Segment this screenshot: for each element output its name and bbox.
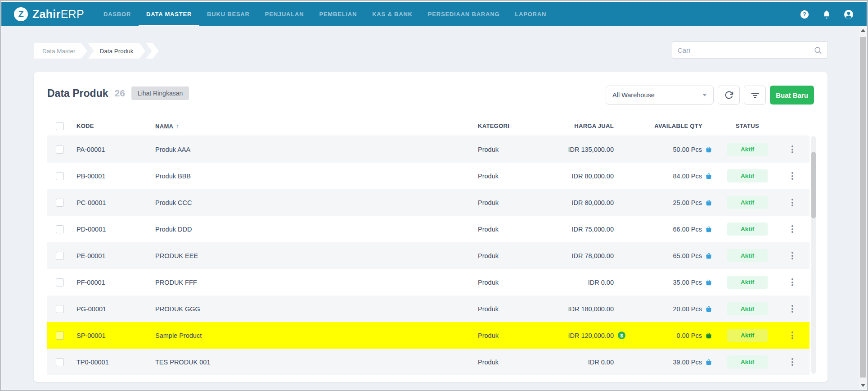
nav-item-data-master[interactable]: DATA MASTER <box>139 2 199 26</box>
row-menu-button[interactable] <box>789 302 796 315</box>
table-header-nama[interactable]: NAMA↑ <box>142 123 476 130</box>
row-menu-button[interactable] <box>789 169 796 182</box>
row-checkbox[interactable] <box>56 305 64 313</box>
row-checkbox[interactable] <box>56 199 64 207</box>
breadcrumb-item-data-master[interactable]: Data Master <box>34 43 87 59</box>
table-header-kategori[interactable]: KATEGORI <box>476 123 557 129</box>
table-row[interactable]: PF-00001 PRODUK FFF Produk IDR 0.00 35.0… <box>47 269 810 296</box>
help-button[interactable]: ? <box>799 9 810 20</box>
table-row[interactable]: PE-00001 PRODUK EEE Produk IDR 78,000.00… <box>47 242 810 269</box>
brand-logo[interactable]: Z ZahirERP <box>1 7 84 21</box>
cell-kategori: Produk <box>476 279 557 286</box>
cell-kode: TP0-00001 <box>70 359 142 366</box>
nav-item-pembelian[interactable]: PEMBELIAN <box>311 2 364 26</box>
chevron-down-icon <box>702 94 707 96</box>
row-menu-button[interactable] <box>789 249 796 262</box>
row-checkbox[interactable] <box>56 145 64 154</box>
page-scrollbar[interactable] <box>859 26 867 390</box>
status-badge: Aktif <box>727 196 768 209</box>
table-row[interactable]: SP-00001 Sample Product Produk IDR 120,0… <box>47 322 810 349</box>
sort-ascending-icon: ↑ <box>176 123 179 130</box>
cell-kategori: Produk <box>476 332 557 339</box>
nav-item-buku-besar[interactable]: BUKU BESAR <box>199 2 257 26</box>
app-window: Z ZahirERP DASBORDATA MASTERBUKU BESARPE… <box>0 0 868 391</box>
qty-value: 50.00 Pcs <box>673 146 702 153</box>
page-scrollbar-thumb[interactable] <box>860 37 866 377</box>
refresh-icon <box>724 91 733 100</box>
search-icon <box>814 46 822 55</box>
nav-item-persediaan-barang[interactable]: PERSEDIAAN BARANG <box>420 2 508 26</box>
row-checkbox[interactable] <box>56 252 64 260</box>
cell-available-qty: 65.00 Pcs <box>616 252 712 259</box>
row-checkbox[interactable] <box>56 332 64 340</box>
qty-value: 35.00 Pcs <box>673 279 702 286</box>
row-menu-button[interactable] <box>789 223 796 236</box>
qty-value: 66.00 Pcs <box>673 226 702 233</box>
harga-jual-value: IDR 120,000.00 <box>568 332 614 339</box>
cell-harga-jual: IDR 75,000.00 <box>557 226 616 233</box>
lihat-ringkasan-button[interactable]: Lihat Ringkasan <box>131 86 189 100</box>
scroll-down-arrow-icon[interactable] <box>861 384 865 387</box>
cell-available-qty: 20.00 Pcs <box>616 305 712 313</box>
cell-nama: Produk DDD <box>142 226 476 233</box>
table-row[interactable]: TP0-00001 TES PRODUK 001 Produk IDR 0.00… <box>47 349 810 375</box>
cell-harga-jual: IDR 180,000.00 <box>557 305 616 313</box>
table-header-row: KODE NAMA↑ KATEGORI HARGA JUAL AVAILABLE… <box>47 116 810 136</box>
select-all-checkbox[interactable] <box>56 122 64 130</box>
svg-text:?: ? <box>803 11 806 18</box>
card-title-row: Data Produk 26 Lihat Ringkasan <box>47 86 189 100</box>
row-checkbox[interactable] <box>56 225 64 233</box>
cell-kode: PF-00001 <box>70 279 142 286</box>
row-checkbox[interactable] <box>56 172 64 180</box>
cell-kategori: Produk <box>476 305 557 313</box>
table-header-kode[interactable]: KODE <box>70 123 142 129</box>
account-button[interactable] <box>843 9 854 20</box>
table-header-status[interactable]: STATUS <box>712 123 775 129</box>
nav-item-penjualan[interactable]: PENJUALAN <box>257 2 312 26</box>
notifications-button[interactable] <box>821 9 832 20</box>
qty-value: 65.00 Pcs <box>673 252 702 259</box>
table-controls: All Warehouse Buat Baru <box>606 86 814 105</box>
nav-menu: DASBORDATA MASTERBUKU BESARPENJUALANPEMB… <box>96 2 554 26</box>
inventory-box-icon <box>705 173 712 180</box>
table-row[interactable]: PB-00001 Produk BBB Produk IDR 80,000.00… <box>47 163 810 189</box>
table-header-harga-jual[interactable]: HARGA JUAL <box>557 123 616 129</box>
filter-button[interactable] <box>744 86 766 105</box>
price-info-icon[interactable]: $ <box>618 332 625 339</box>
row-checkbox[interactable] <box>56 278 64 286</box>
cell-nama: Produk CCC <box>142 199 476 206</box>
cell-kode: PB-00001 <box>70 173 142 180</box>
nav-item-dasbor[interactable]: DASBOR <box>96 2 139 26</box>
row-menu-button[interactable] <box>789 355 796 368</box>
warehouse-select-value: All Warehouse <box>612 91 655 99</box>
scroll-up-arrow-icon[interactable] <box>861 29 865 32</box>
inventory-box-icon <box>705 199 712 206</box>
buat-baru-button[interactable]: Buat Baru <box>770 86 814 105</box>
nav-item-kas-bank[interactable]: KAS & BANK <box>364 2 420 26</box>
status-badge: Aktif <box>727 143 768 156</box>
cell-nama: PRODUK EEE <box>142 252 476 259</box>
cell-nama: PRODUK FFF <box>142 279 476 286</box>
table-row[interactable]: PG-00001 PRODUK GGG Produk IDR 180,000.0… <box>47 296 810 322</box>
row-menu-button[interactable] <box>789 196 796 209</box>
row-menu-button[interactable] <box>789 143 796 156</box>
table-row[interactable]: PA-00001 Produk AAA Produk IDR 135,000.0… <box>47 136 810 163</box>
inventory-box-icon <box>705 332 712 339</box>
table-header-available-qty[interactable]: AVAILABLE QTY <box>616 123 712 129</box>
warehouse-select[interactable]: All Warehouse <box>606 86 714 105</box>
cell-kategori: Produk <box>476 199 557 206</box>
cell-available-qty: 0.00 Pcs <box>616 332 712 339</box>
qty-value: 25.00 Pcs <box>673 199 702 206</box>
nav-item-laporan[interactable]: LAPORAN <box>507 2 554 26</box>
search-input[interactable] <box>678 46 814 54</box>
inventory-box-icon <box>705 279 712 286</box>
row-checkbox[interactable] <box>56 358 64 366</box>
row-menu-button[interactable] <box>789 329 796 342</box>
row-menu-button[interactable] <box>789 276 796 289</box>
table-row[interactable]: PD-00001 Produk DDD Produk IDR 75,000.00… <box>47 216 810 242</box>
cell-available-qty: 39.00 Pcs <box>616 359 712 366</box>
table-row[interactable]: PC-00001 Produk CCC Produk IDR 80,000.00… <box>47 189 810 216</box>
table-scrollbar[interactable] <box>811 136 816 374</box>
refresh-button[interactable] <box>718 86 740 105</box>
table-scrollbar-thumb[interactable] <box>811 152 816 218</box>
